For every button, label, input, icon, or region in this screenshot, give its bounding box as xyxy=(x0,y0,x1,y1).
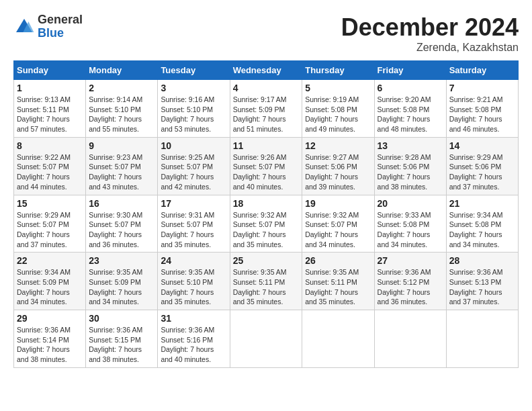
day-detail: Sunrise: 9:35 AM Sunset: 5:11 PM Dayligh… xyxy=(305,267,371,307)
day-number: 11 xyxy=(233,140,300,151)
calendar-cell: 28 Sunrise: 9:36 AM Sunset: 5:13 PM Dayl… xyxy=(446,253,518,310)
day-detail: Sunrise: 9:34 AM Sunset: 5:08 PM Dayligh… xyxy=(449,210,515,250)
calendar-cell: 29 Sunrise: 9:36 AM Sunset: 5:14 PM Dayl… xyxy=(14,310,86,368)
calendar-cell: 18 Sunrise: 9:32 AM Sunset: 5:07 PM Dayl… xyxy=(230,195,302,253)
day-number: 17 xyxy=(161,198,226,209)
calendar-cell: 3 Sunrise: 9:16 AM Sunset: 5:10 PM Dayli… xyxy=(158,80,230,138)
title-block: December 2024 Zerenda, Kazakhstan xyxy=(341,13,519,54)
weekday-header-row: SundayMondayTuesdayWednesdayThursdayFrid… xyxy=(14,61,519,80)
day-number: 1 xyxy=(17,83,83,93)
day-detail: Sunrise: 9:29 AM Sunset: 5:06 PM Dayligh… xyxy=(449,152,515,192)
weekday-header-thursday: Thursday xyxy=(302,61,374,80)
calendar-cell xyxy=(230,310,302,368)
day-number: 26 xyxy=(305,255,371,266)
day-number: 9 xyxy=(89,140,154,151)
day-number: 3 xyxy=(161,83,226,93)
day-detail: Sunrise: 9:36 AM Sunset: 5:15 PM Dayligh… xyxy=(89,325,154,365)
day-detail: Sunrise: 9:36 AM Sunset: 5:12 PM Dayligh… xyxy=(378,267,443,307)
weekday-header-tuesday: Tuesday xyxy=(158,61,230,80)
day-number: 30 xyxy=(89,313,154,324)
calendar-cell: 7 Sunrise: 9:21 AM Sunset: 5:08 PM Dayli… xyxy=(446,80,518,138)
week-row-1: 1 Sunrise: 9:13 AM Sunset: 5:11 PM Dayli… xyxy=(14,80,519,138)
calendar-cell: 2 Sunrise: 9:14 AM Sunset: 5:10 PM Dayli… xyxy=(86,80,158,138)
week-row-2: 8 Sunrise: 9:22 AM Sunset: 5:07 PM Dayli… xyxy=(14,137,519,195)
day-number: 19 xyxy=(305,198,371,209)
day-detail: Sunrise: 9:22 AM Sunset: 5:07 PM Dayligh… xyxy=(17,152,83,192)
day-detail: Sunrise: 9:27 AM Sunset: 5:06 PM Dayligh… xyxy=(305,152,371,192)
calendar-cell xyxy=(302,310,374,368)
day-detail: Sunrise: 9:16 AM Sunset: 5:10 PM Dayligh… xyxy=(161,95,226,134)
calendar-cell: 12 Sunrise: 9:27 AM Sunset: 5:06 PM Dayl… xyxy=(302,137,374,195)
day-number: 22 xyxy=(17,255,83,266)
logo-icon xyxy=(13,16,35,38)
day-number: 24 xyxy=(161,255,226,266)
weekday-header-friday: Friday xyxy=(374,61,446,80)
day-number: 20 xyxy=(378,198,443,209)
calendar-cell: 31 Sunrise: 9:36 AM Sunset: 5:16 PM Dayl… xyxy=(158,310,230,368)
day-number: 5 xyxy=(305,83,371,93)
calendar-cell: 30 Sunrise: 9:36 AM Sunset: 5:15 PM Dayl… xyxy=(86,310,158,368)
day-number: 16 xyxy=(89,198,154,209)
calendar-cell: 20 Sunrise: 9:33 AM Sunset: 5:08 PM Dayl… xyxy=(374,195,446,253)
month-title: December 2024 xyxy=(341,13,519,42)
day-number: 13 xyxy=(378,140,443,151)
day-number: 28 xyxy=(449,255,515,266)
day-number: 6 xyxy=(378,83,443,93)
day-detail: Sunrise: 9:25 AM Sunset: 5:07 PM Dayligh… xyxy=(161,152,226,192)
weekday-header-sunday: Sunday xyxy=(14,61,86,80)
week-row-4: 22 Sunrise: 9:34 AM Sunset: 5:09 PM Dayl… xyxy=(14,253,519,310)
location: Zerenda, Kazakhstan xyxy=(341,42,519,54)
day-detail: Sunrise: 9:17 AM Sunset: 5:09 PM Dayligh… xyxy=(233,95,300,134)
day-detail: Sunrise: 9:14 AM Sunset: 5:10 PM Dayligh… xyxy=(89,95,154,134)
day-number: 23 xyxy=(89,255,154,266)
day-detail: Sunrise: 9:35 AM Sunset: 5:09 PM Dayligh… xyxy=(89,267,154,307)
day-number: 15 xyxy=(17,198,83,209)
calendar-cell: 14 Sunrise: 9:29 AM Sunset: 5:06 PM Dayl… xyxy=(446,137,518,195)
day-number: 14 xyxy=(449,140,515,151)
day-number: 8 xyxy=(17,140,83,151)
calendar-cell xyxy=(374,310,446,368)
calendar-cell: 11 Sunrise: 9:26 AM Sunset: 5:07 PM Dayl… xyxy=(230,137,302,195)
day-detail: Sunrise: 9:33 AM Sunset: 5:08 PM Dayligh… xyxy=(378,210,443,250)
day-number: 27 xyxy=(378,255,443,266)
day-detail: Sunrise: 9:32 AM Sunset: 5:07 PM Dayligh… xyxy=(233,210,300,250)
calendar-cell: 19 Sunrise: 9:32 AM Sunset: 5:07 PM Dayl… xyxy=(302,195,374,253)
day-detail: Sunrise: 9:13 AM Sunset: 5:11 PM Dayligh… xyxy=(17,95,83,134)
day-detail: Sunrise: 9:28 AM Sunset: 5:06 PM Dayligh… xyxy=(378,152,443,192)
calendar-cell: 13 Sunrise: 9:28 AM Sunset: 5:06 PM Dayl… xyxy=(374,137,446,195)
logo-text: General Blue xyxy=(38,13,83,40)
weekday-header-monday: Monday xyxy=(86,61,158,80)
day-detail: Sunrise: 9:34 AM Sunset: 5:09 PM Dayligh… xyxy=(17,267,83,307)
weekday-header-wednesday: Wednesday xyxy=(230,61,302,80)
day-detail: Sunrise: 9:20 AM Sunset: 5:08 PM Dayligh… xyxy=(378,95,443,134)
week-row-3: 15 Sunrise: 9:29 AM Sunset: 5:07 PM Dayl… xyxy=(14,195,519,253)
calendar-cell: 8 Sunrise: 9:22 AM Sunset: 5:07 PM Dayli… xyxy=(14,137,86,195)
day-detail: Sunrise: 9:36 AM Sunset: 5:16 PM Dayligh… xyxy=(161,325,226,365)
day-detail: Sunrise: 9:21 AM Sunset: 5:08 PM Dayligh… xyxy=(449,95,515,134)
day-detail: Sunrise: 9:36 AM Sunset: 5:13 PM Dayligh… xyxy=(449,267,515,307)
calendar-cell: 25 Sunrise: 9:35 AM Sunset: 5:11 PM Dayl… xyxy=(230,253,302,310)
calendar-cell: 17 Sunrise: 9:31 AM Sunset: 5:07 PM Dayl… xyxy=(158,195,230,253)
logo-line1: General xyxy=(38,13,83,27)
calendar-cell: 23 Sunrise: 9:35 AM Sunset: 5:09 PM Dayl… xyxy=(86,253,158,310)
calendar-cell: 22 Sunrise: 9:34 AM Sunset: 5:09 PM Dayl… xyxy=(14,253,86,310)
day-detail: Sunrise: 9:31 AM Sunset: 5:07 PM Dayligh… xyxy=(161,210,226,250)
calendar-cell: 16 Sunrise: 9:30 AM Sunset: 5:07 PM Dayl… xyxy=(86,195,158,253)
calendar-cell: 24 Sunrise: 9:35 AM Sunset: 5:10 PM Dayl… xyxy=(158,253,230,310)
day-number: 2 xyxy=(89,83,154,93)
day-number: 25 xyxy=(233,255,300,266)
day-number: 7 xyxy=(449,83,515,93)
calendar-cell xyxy=(446,310,518,368)
logo: General Blue xyxy=(13,13,83,40)
day-number: 10 xyxy=(161,140,226,151)
calendar-cell: 1 Sunrise: 9:13 AM Sunset: 5:11 PM Dayli… xyxy=(14,80,86,138)
calendar-cell: 5 Sunrise: 9:19 AM Sunset: 5:08 PM Dayli… xyxy=(302,80,374,138)
calendar-cell: 26 Sunrise: 9:35 AM Sunset: 5:11 PM Dayl… xyxy=(302,253,374,310)
calendar-cell: 15 Sunrise: 9:29 AM Sunset: 5:07 PM Dayl… xyxy=(14,195,86,253)
calendar-cell: 9 Sunrise: 9:23 AM Sunset: 5:07 PM Dayli… xyxy=(86,137,158,195)
day-detail: Sunrise: 9:29 AM Sunset: 5:07 PM Dayligh… xyxy=(17,210,83,250)
day-detail: Sunrise: 9:23 AM Sunset: 5:07 PM Dayligh… xyxy=(89,152,154,192)
calendar-cell: 21 Sunrise: 9:34 AM Sunset: 5:08 PM Dayl… xyxy=(446,195,518,253)
calendar-cell: 4 Sunrise: 9:17 AM Sunset: 5:09 PM Dayli… xyxy=(230,80,302,138)
day-detail: Sunrise: 9:35 AM Sunset: 5:10 PM Dayligh… xyxy=(161,267,226,307)
